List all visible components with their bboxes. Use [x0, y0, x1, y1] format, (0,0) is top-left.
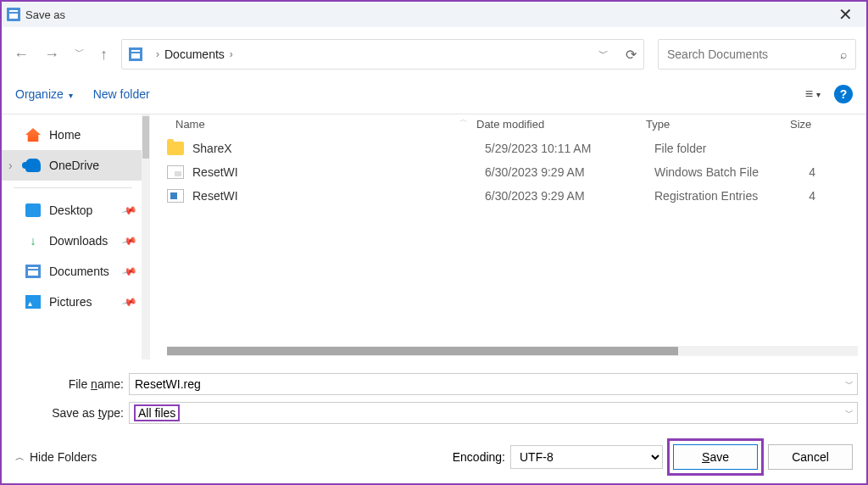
help-button[interactable]: ?	[834, 85, 853, 103]
notepad-icon	[7, 8, 20, 21]
footer: ︿Hide Folders Encoding: UTF-8 Save Cance…	[2, 432, 866, 483]
sidebar-item-label: Desktop	[49, 203, 92, 217]
breadcrumb-dropdown-button[interactable]: ﹀	[598, 47, 609, 63]
folder-icon	[167, 142, 184, 155]
window-title: Save as	[25, 8, 65, 21]
sort-indicator: ︿	[175, 114, 476, 125]
sidebar-scrollbar[interactable]	[142, 114, 150, 360]
filename-input[interactable]: ResetWI.reg﹀	[129, 373, 858, 395]
search-icon[interactable]: ⌕	[840, 47, 847, 61]
save-form: File name: ResetWI.reg﹀ Save as type: Al…	[2, 360, 866, 434]
pictures-icon	[25, 295, 41, 309]
search-input[interactable]	[667, 47, 840, 61]
close-button[interactable]: ✕	[830, 4, 861, 25]
titlebar: Save as ✕	[2, 2, 866, 27]
file-date: 6/30/2023 9:29 AM	[485, 189, 654, 203]
sidebar-item-desktop[interactable]: Desktop📌	[2, 195, 144, 226]
column-type[interactable]: Type	[646, 118, 790, 131]
sidebar-item-onedrive[interactable]: OneDrive	[2, 150, 144, 181]
sidebar-item-label: Pictures	[49, 295, 92, 309]
filename-value: ResetWI.reg	[135, 377, 201, 391]
save-label: ave	[709, 450, 729, 464]
file-name: ShareX	[192, 142, 485, 155]
document-icon	[129, 47, 142, 61]
chevron-right-icon[interactable]: ›	[156, 48, 159, 60]
file-pane: ︿ Name Date modified Type Size ShareX 5/…	[150, 114, 866, 360]
home-icon	[25, 128, 41, 142]
save-button[interactable]: Save	[673, 444, 758, 470]
sidebar-item-label: Documents	[49, 265, 109, 278]
nav-arrows: ← → ﹀ ↑	[14, 47, 108, 62]
recent-locations-button[interactable]: ﹀	[75, 47, 85, 62]
search-box[interactable]: ⌕	[658, 39, 856, 70]
file-size: 4	[798, 189, 815, 203]
pin-icon: 📌	[121, 232, 138, 249]
pin-icon: 📌	[121, 263, 138, 280]
file-date: 6/30/2023 9:29 AM	[485, 165, 654, 179]
encoding-select[interactable]: UTF-8	[510, 445, 663, 469]
scrollbar-thumb[interactable]	[142, 116, 149, 159]
forward-button[interactable]: →	[44, 47, 59, 62]
file-row[interactable]: ResetWI 6/30/2023 9:29 AM Registration E…	[150, 184, 866, 208]
saveastype-label: Save as type:	[10, 406, 129, 420]
file-pane-scrollbar[interactable]	[167, 346, 858, 356]
sidebar-item-label: Downloads	[49, 234, 108, 248]
desktop-icon	[25, 203, 41, 217]
file-type: File folder	[654, 142, 798, 155]
navbar: ← → ﹀ ↑ › Documents › ﹀ ⟳ ⌕	[2, 27, 866, 81]
chevron-down-icon[interactable]: ﹀	[845, 378, 854, 390]
scrollbar-thumb[interactable]	[167, 347, 678, 355]
filename-label: File name:	[10, 377, 129, 391]
organize-button[interactable]: Organize ▾	[15, 87, 73, 101]
encoding-label: Encoding:	[453, 450, 505, 464]
column-date[interactable]: Date modified	[476, 118, 646, 131]
file-row[interactable]: ShareX 5/29/2023 10:11 AM File folder	[150, 137, 866, 160]
chevron-up-icon: ︿	[15, 451, 25, 464]
cancel-button[interactable]: Cancel	[768, 444, 853, 470]
hide-folders-button[interactable]: ︿Hide Folders	[15, 450, 97, 464]
column-size[interactable]: Size	[790, 118, 858, 131]
sidebar-item-documents[interactable]: Documents📌	[2, 256, 144, 287]
body: Home OneDrive Desktop📌 ↓Downloads📌 Docum…	[2, 114, 866, 360]
new-folder-button[interactable]: New folder	[93, 87, 150, 101]
separator	[14, 187, 132, 188]
file-size: 4	[798, 165, 815, 179]
saveastype-select[interactable]: All files﹀	[129, 402, 858, 424]
chevron-right-icon[interactable]: ›	[230, 48, 233, 60]
pin-icon: 📌	[121, 293, 138, 310]
registry-file-icon	[167, 189, 184, 203]
encoding: Encoding: UTF-8	[453, 445, 663, 469]
breadcrumb[interactable]: › Documents › ﹀ ⟳	[121, 39, 644, 70]
saveastype-value: All files	[135, 405, 179, 421]
sidebar-item-downloads[interactable]: ↓Downloads📌	[2, 226, 144, 256]
sidebar-item-home[interactable]: Home	[2, 120, 144, 150]
sidebar-item-label: Home	[49, 128, 81, 142]
sidebar-item-label: OneDrive	[49, 159, 99, 172]
breadcrumb-location[interactable]: Documents	[164, 47, 225, 61]
chevron-down-icon[interactable]: ﹀	[845, 407, 854, 419]
file-type: Windows Batch File	[654, 165, 798, 179]
onedrive-icon	[25, 159, 41, 172]
toolbar: Organize ▾ New folder ≡ ▾ ?	[2, 81, 866, 114]
file-type: Registration Entries	[654, 189, 798, 203]
file-date: 5/29/2023 10:11 AM	[485, 142, 654, 155]
batch-file-icon	[167, 165, 184, 179]
file-name: ResetWI	[192, 165, 485, 179]
file-name: ResetWI	[192, 189, 485, 203]
back-button[interactable]: ←	[14, 47, 29, 62]
view-button[interactable]: ≡ ▾	[805, 86, 821, 102]
refresh-button[interactable]: ⟳	[626, 47, 637, 63]
download-icon: ↓	[25, 234, 41, 248]
hide-folders-label: Hide Folders	[30, 450, 97, 464]
sidebar-item-pictures[interactable]: Pictures📌	[2, 287, 144, 317]
sidebar: Home OneDrive Desktop📌 ↓Downloads📌 Docum…	[2, 114, 150, 360]
file-row[interactable]: ResetWI 6/30/2023 9:29 AM Windows Batch …	[150, 160, 866, 184]
up-button[interactable]: ↑	[100, 47, 108, 62]
documents-icon	[25, 265, 41, 278]
pin-icon: 📌	[121, 202, 138, 219]
chevron-down-icon: ▾	[69, 91, 73, 100]
